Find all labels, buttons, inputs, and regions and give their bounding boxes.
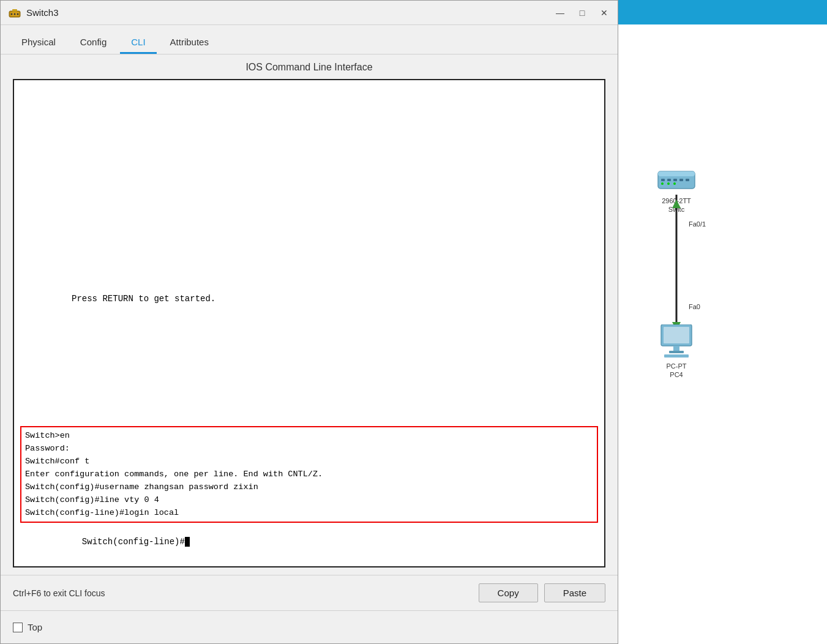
svg-rect-22 <box>669 351 684 353</box>
cli-blank-space <box>20 84 598 280</box>
cli-highlighted-block: Switch>enPassword:Switch#conf tEnter con… <box>20 426 598 523</box>
window-controls: — □ ✕ <box>554 8 610 18</box>
top-checkbox[interactable] <box>13 623 23 632</box>
cli-line-2: Password: <box>25 443 593 455</box>
pc-label: PC-PT PC4 <box>658 362 695 380</box>
svg-point-15 <box>673 182 676 185</box>
right-panel: 2960-2TT Switc Fa0/1 Fa0 <box>618 0 827 644</box>
svg-marker-17 <box>672 200 681 208</box>
cli-line-1: Switch>en <box>25 430 593 443</box>
section-title: IOS Command Line Interface <box>13 62 605 73</box>
top-label: Top <box>28 622 42 632</box>
tab-physical[interactable]: Physical <box>10 32 67 54</box>
svg-rect-5 <box>12 9 17 12</box>
svg-point-13 <box>661 182 664 185</box>
tab-bar: Physical Config CLI Attributes <box>1 25 618 54</box>
svg-rect-23 <box>664 354 689 358</box>
tab-cli[interactable]: CLI <box>120 32 156 54</box>
maximize-button[interactable]: □ <box>576 8 588 18</box>
tab-attributes[interactable]: Attributes <box>159 32 220 54</box>
pc-device-icon <box>658 324 695 358</box>
device-pc: PC-PT PC4 <box>658 324 695 380</box>
main-window: Switch3 — □ ✕ Physical Config CLI Attrib… <box>0 0 618 644</box>
connection-line <box>667 195 686 335</box>
svg-rect-9 <box>667 179 671 181</box>
tab-config[interactable]: Config <box>69 32 118 54</box>
content-area: IOS Command Line Interface Press RETURN … <box>1 54 618 575</box>
svg-point-14 <box>667 182 670 185</box>
port-fa01-label: Fa0/1 <box>689 220 706 228</box>
copy-button[interactable]: Copy <box>479 583 538 602</box>
title-bar: Switch3 — □ ✕ <box>1 1 618 25</box>
cli-current-prompt: Switch(config-line)# <box>20 523 598 561</box>
svg-rect-12 <box>686 179 689 181</box>
svg-point-3 <box>14 13 16 15</box>
app-icon <box>8 6 21 20</box>
network-diagram: 2960-2TT Switc Fa0/1 Fa0 <box>618 24 827 644</box>
cli-line-3: Switch#conf t <box>25 455 593 468</box>
cli-line-4: Enter configuration commands, one per li… <box>25 468 593 481</box>
cli-terminal[interactable]: Press RETURN to get started. Switch>enPa… <box>13 79 605 567</box>
svg-rect-8 <box>661 179 665 181</box>
close-button[interactable]: ✕ <box>598 8 610 18</box>
svg-rect-20 <box>664 327 689 343</box>
svg-point-2 <box>11 13 13 15</box>
svg-rect-11 <box>679 179 683 181</box>
footer-area: Top <box>1 610 618 643</box>
minimize-button[interactable]: — <box>554 8 566 18</box>
svg-rect-10 <box>673 179 677 181</box>
cli-line-5: Switch(config)#username zhangsan passwor… <box>25 481 593 494</box>
svg-rect-7 <box>658 171 695 176</box>
bottom-bar: Ctrl+F6 to exit CLI focus Copy Paste <box>1 575 618 610</box>
svg-rect-21 <box>673 346 679 351</box>
cli-line-7: Switch(config-line)#login local <box>25 507 593 520</box>
cli-line-6: Switch(config)#line vty 0 4 <box>25 494 593 507</box>
cli-hint-text: Ctrl+F6 to exit CLI focus <box>13 588 473 598</box>
cli-command-block: Switch>enPassword:Switch#conf tEnter con… <box>20 426 598 561</box>
cli-initial-text: Press RETURN to get started. <box>20 280 598 318</box>
svg-point-4 <box>17 13 19 15</box>
paste-button[interactable]: Paste <box>544 583 605 602</box>
cli-content[interactable]: Press RETURN to get started. Switch>enPa… <box>14 80 604 566</box>
window-title: Switch3 <box>26 7 554 18</box>
right-panel-header <box>618 0 827 24</box>
port-fa0-label: Fa0 <box>689 303 700 310</box>
switch-device-icon <box>655 165 698 193</box>
